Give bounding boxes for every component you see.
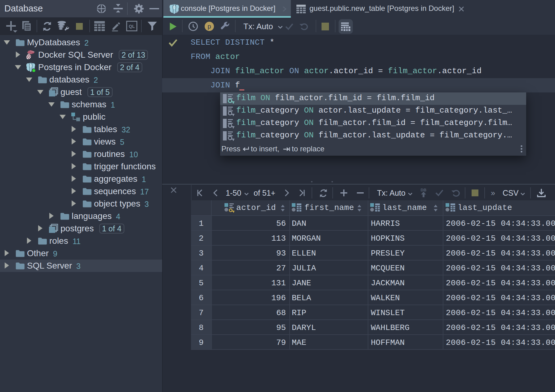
- svg-text:QL: QL: [129, 24, 135, 29]
- svg-text:p: p: [207, 23, 211, 30]
- svg-text:DB: DB: [421, 188, 427, 192]
